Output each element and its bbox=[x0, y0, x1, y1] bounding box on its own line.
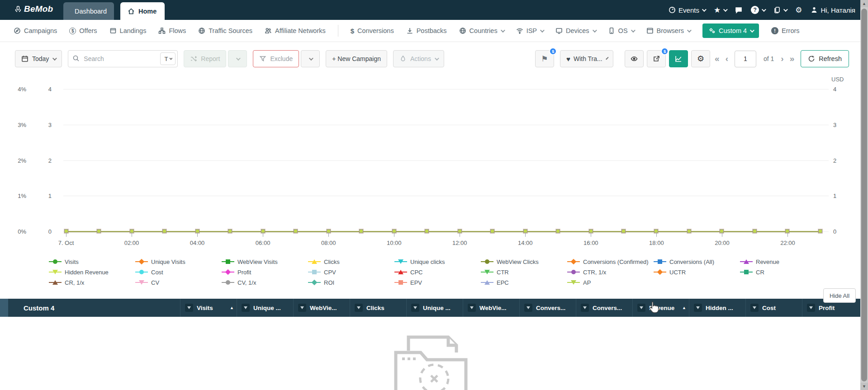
help-menu[interactable]: ? bbox=[751, 6, 765, 14]
column-header[interactable]: Convers... bbox=[519, 299, 576, 317]
prev-page-button[interactable]: ‹ bbox=[724, 54, 730, 64]
legend-item[interactable]: Cost bbox=[135, 268, 222, 276]
tab-home[interactable]: Home bbox=[120, 2, 165, 20]
legend-item[interactable]: UCTR bbox=[654, 268, 740, 276]
legend-item[interactable]: EPV bbox=[394, 278, 481, 287]
nav-campaigns[interactable]: Campaigns bbox=[14, 27, 57, 34]
legend-item[interactable]: Conversions (Confirmed) bbox=[567, 258, 654, 266]
column-filter-icon[interactable] bbox=[355, 304, 363, 312]
legend-item[interactable]: Revenue bbox=[740, 258, 826, 266]
user-menu[interactable]: Hi, Наталія bbox=[811, 6, 855, 14]
legend-item[interactable]: CTR bbox=[481, 268, 567, 276]
legend-item[interactable]: CR, 1/x bbox=[49, 278, 135, 287]
export-button[interactable]: $ bbox=[647, 50, 666, 67]
chat-button[interactable] bbox=[735, 6, 742, 14]
legend-item[interactable]: Unique Visits bbox=[135, 258, 222, 266]
scrollbar-thumb[interactable] bbox=[861, 9, 867, 381]
legend-item[interactable]: Conversions (All) bbox=[654, 258, 740, 266]
column-filter-icon[interactable] bbox=[411, 304, 419, 312]
nav-devices[interactable]: Devices bbox=[555, 27, 596, 34]
column-header[interactable]: Cost bbox=[745, 299, 802, 317]
resources-menu[interactable] bbox=[773, 6, 787, 14]
legend-item[interactable]: CTR, 1/x bbox=[567, 268, 654, 276]
legend-item[interactable]: Unique clicks bbox=[394, 258, 481, 266]
nav-isp[interactable]: ISP bbox=[516, 27, 543, 34]
legend-item[interactable]: ROI bbox=[308, 278, 394, 287]
last-page-button[interactable]: » bbox=[788, 54, 796, 64]
actions-button[interactable]: Actions bbox=[393, 50, 444, 67]
legend-item[interactable]: Clicks bbox=[308, 258, 394, 266]
legend-item[interactable]: AP bbox=[567, 278, 654, 287]
nav-offers[interactable]: $ Offers bbox=[69, 27, 97, 34]
scroll-up-arrow[interactable]: ▲ bbox=[860, 0, 868, 7]
legend-item[interactable]: CR bbox=[740, 268, 826, 276]
tab-dashboard[interactable]: Dashboard bbox=[63, 2, 114, 20]
vertical-scrollbar[interactable]: ▲ ▼ bbox=[860, 0, 868, 390]
column-filter-icon[interactable] bbox=[581, 304, 589, 312]
legend-item[interactable]: WebView Clicks bbox=[481, 258, 567, 266]
events-menu[interactable]: Events bbox=[669, 6, 705, 14]
legend-item[interactable]: Visits bbox=[49, 258, 135, 266]
exclude-dropdown-button[interactable] bbox=[301, 50, 320, 67]
group-column-header[interactable]: Custom 4 bbox=[8, 299, 180, 317]
nav-os[interactable]: OS bbox=[608, 27, 634, 34]
legend-item[interactable]: CV bbox=[135, 278, 222, 287]
chart-toggle-button[interactable] bbox=[669, 50, 688, 67]
nav-countries[interactable]: Countries bbox=[459, 27, 504, 34]
column-header[interactable]: Visits ▲ bbox=[180, 299, 237, 317]
scroll-down-arrow[interactable]: ▼ bbox=[860, 383, 868, 390]
report-dropdown-button[interactable] bbox=[228, 50, 247, 67]
column-header[interactable]: WebVie... bbox=[293, 299, 350, 317]
next-page-button[interactable]: › bbox=[779, 54, 785, 64]
column-filter-icon[interactable] bbox=[524, 304, 532, 312]
legend-item[interactable]: WebView Visits bbox=[222, 258, 308, 266]
column-header[interactable]: Convers... bbox=[576, 299, 632, 317]
nav-affiliate-networks[interactable]: Affiliate Networks bbox=[265, 27, 326, 34]
column-header[interactable]: Revenue ▲ bbox=[632, 299, 689, 317]
column-filter-icon[interactable] bbox=[298, 304, 306, 312]
report-button[interactable]: Report bbox=[184, 50, 226, 67]
legend-item[interactable]: CPV bbox=[308, 268, 394, 276]
column-header[interactable]: Unique ... bbox=[406, 299, 463, 317]
legend-item[interactable]: Profit bbox=[222, 268, 308, 276]
bemob-logo[interactable]: BeMob bbox=[14, 4, 53, 14]
exclude-button[interactable]: Exclude bbox=[253, 50, 299, 67]
settings-button[interactable]: ⚙ bbox=[795, 6, 802, 14]
column-filter-icon[interactable] bbox=[185, 304, 193, 312]
legend-item[interactable]: CV, 1/x bbox=[222, 278, 308, 287]
column-filter-icon[interactable] bbox=[694, 304, 702, 312]
nav-errors[interactable]: ! Errors bbox=[771, 27, 799, 34]
nav-custom-4[interactable]: Custom 4 bbox=[702, 23, 759, 38]
page-number-input[interactable] bbox=[735, 51, 756, 67]
nav-flows[interactable]: Flows bbox=[158, 27, 186, 34]
column-filter-icon[interactable] bbox=[750, 304, 759, 312]
column-filter-icon[interactable] bbox=[242, 304, 250, 312]
hide-all-button[interactable]: Hide All bbox=[823, 288, 856, 303]
first-page-button[interactable]: « bbox=[713, 54, 721, 64]
legend-item[interactable]: EPC bbox=[481, 278, 567, 287]
legend-item[interactable]: CPC bbox=[394, 268, 481, 276]
traffic-filter-dropdown[interactable]: ♥ With Tra... bbox=[560, 50, 613, 67]
legend-item[interactable]: Hidden Revenue bbox=[49, 268, 135, 276]
favorites-menu[interactable]: ★ bbox=[714, 6, 726, 14]
new-campaign-button[interactable]: + New Campaign bbox=[326, 50, 387, 67]
column-filter-icon[interactable] bbox=[807, 304, 815, 312]
search-type-button[interactable]: T bbox=[160, 52, 175, 65]
nav-landings[interactable]: Landings bbox=[109, 27, 147, 34]
column-header[interactable]: Clicks bbox=[350, 299, 406, 317]
flag-filter-button[interactable]: $ ⚑ bbox=[535, 50, 554, 67]
nav-label: Traffic Sources bbox=[209, 27, 252, 34]
nav-postbacks[interactable]: Postbacks bbox=[406, 27, 447, 34]
refresh-button[interactable]: Refresh bbox=[801, 50, 849, 67]
column-header[interactable]: Hidden ... bbox=[689, 299, 745, 317]
nav-browsers[interactable]: Browsers bbox=[646, 27, 690, 34]
columns-visibility-button[interactable] bbox=[625, 50, 644, 67]
column-filter-icon[interactable] bbox=[637, 304, 645, 312]
table-settings-button[interactable]: ⚙ bbox=[691, 50, 710, 67]
column-header[interactable]: WebVie... bbox=[463, 299, 519, 317]
column-header[interactable]: Unique ... bbox=[237, 299, 293, 317]
nav-conversions[interactable]: $ Conversions bbox=[351, 27, 394, 35]
column-filter-icon[interactable] bbox=[468, 304, 476, 312]
nav-traffic-sources[interactable]: Traffic Sources bbox=[198, 27, 252, 34]
date-range-button[interactable]: Today bbox=[15, 50, 62, 67]
